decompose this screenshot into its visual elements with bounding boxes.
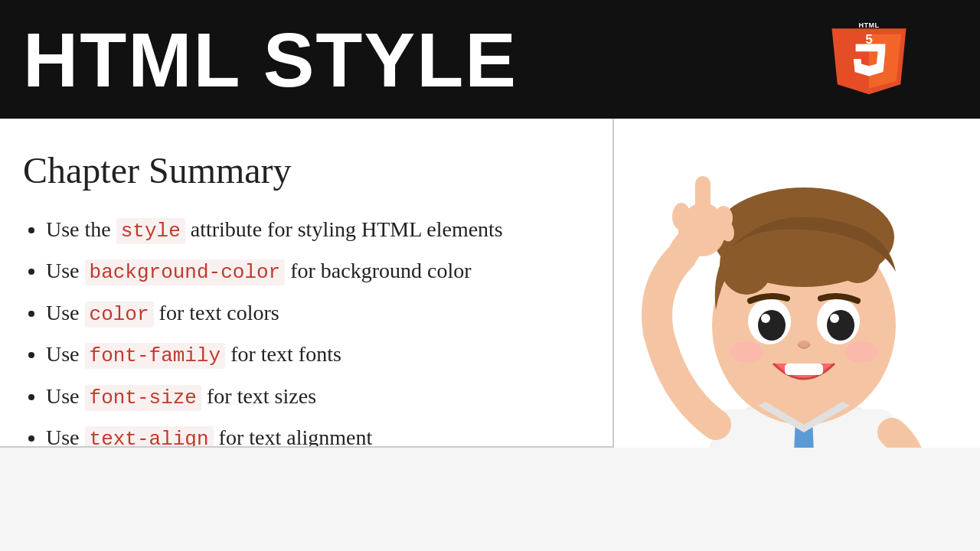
list-item: Use font-family for text fonts bbox=[46, 339, 582, 370]
svg-point-17 bbox=[758, 310, 786, 341]
header-banner: HTML STYLE HTML 5 bbox=[0, 0, 980, 119]
list-text-5-prefix: Use bbox=[46, 384, 85, 408]
list-text-4-prefix: Use bbox=[46, 342, 85, 366]
chapter-title: Chapter Summary bbox=[23, 149, 582, 191]
list-item: Use font-size for text sizes bbox=[46, 381, 582, 412]
list-item: Use the style attribute for styling HTML… bbox=[46, 214, 582, 245]
svg-text:HTML: HTML bbox=[859, 21, 880, 29]
svg-point-24 bbox=[844, 341, 878, 363]
code-font-size: font-size bbox=[85, 385, 201, 411]
bottom-area bbox=[0, 448, 980, 551]
code-style: style bbox=[116, 218, 185, 244]
list-text-1-suffix: attribute for styling HTML elements bbox=[185, 217, 503, 241]
summary-list: Use the style attribute for styling HTML… bbox=[23, 214, 582, 453]
list-text-2-prefix: Use bbox=[46, 259, 85, 282]
html5-logo: HTML 5 bbox=[827, 8, 911, 107]
list-item: Use color for text colors bbox=[46, 298, 582, 328]
list-text-3-prefix: Use bbox=[46, 301, 85, 324]
svg-point-29 bbox=[678, 223, 700, 241]
svg-text:5: 5 bbox=[865, 31, 873, 47]
svg-point-18 bbox=[827, 310, 854, 341]
header-title: HTML STYLE bbox=[23, 21, 518, 98]
svg-rect-26 bbox=[695, 176, 710, 222]
list-text-4-suffix: for text fonts bbox=[225, 342, 341, 366]
code-color: color bbox=[85, 302, 154, 328]
svg-rect-22 bbox=[785, 364, 823, 375]
code-background-color: background-color bbox=[85, 259, 286, 285]
svg-point-23 bbox=[730, 341, 763, 363]
list-text-3-suffix: for text colors bbox=[154, 301, 279, 324]
list-text-1-prefix: Use the bbox=[46, 217, 116, 241]
list-text-5-suffix: for text sizes bbox=[201, 384, 316, 408]
svg-point-20 bbox=[830, 314, 839, 323]
code-font-family: font-family bbox=[85, 343, 226, 369]
list-text-2-suffix: for background color bbox=[285, 259, 471, 282]
html5-shield-icon: HTML 5 bbox=[827, 8, 911, 107]
list-item: Use background-color for background colo… bbox=[46, 256, 582, 286]
svg-point-19 bbox=[761, 314, 770, 323]
